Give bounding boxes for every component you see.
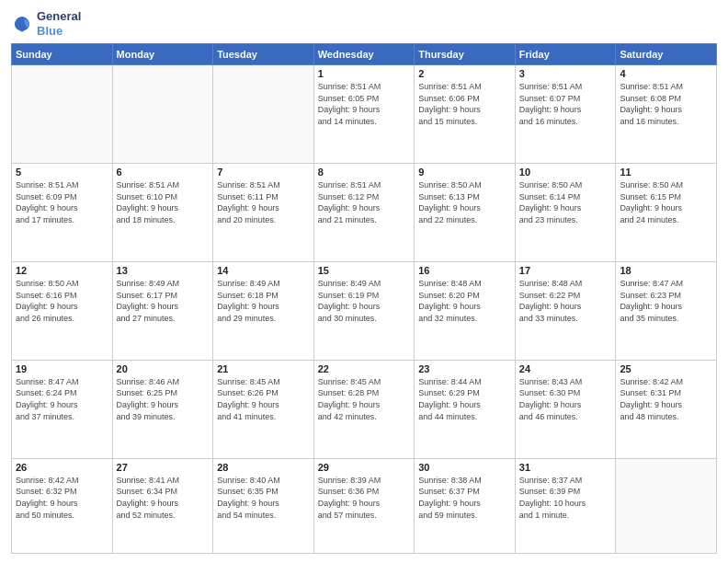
day-info-line: and 32 minutes. (418, 314, 477, 323)
table-row: 15Sunrise: 8:49 AMSunset: 6:19 PMDayligh… (313, 261, 415, 360)
day-info-line: Daylight: 9 hours (418, 499, 481, 508)
table-row: 3Sunrise: 8:51 AMSunset: 6:07 PMDaylight… (515, 65, 616, 164)
day-info-line: Sunset: 6:16 PM (16, 291, 77, 300)
day-info-line: Sunrise: 8:39 AM (318, 476, 381, 485)
day-info: Sunrise: 8:47 AMSunset: 6:23 PMDaylight:… (620, 278, 712, 324)
day-info: Sunrise: 8:39 AMSunset: 6:36 PMDaylight:… (318, 475, 411, 521)
table-row: 9Sunrise: 8:50 AMSunset: 6:13 PMDaylight… (415, 164, 516, 262)
day-number: 20 (117, 363, 210, 374)
table-row: 25Sunrise: 8:42 AMSunset: 6:31 PMDayligh… (616, 360, 717, 458)
header: General Blue (11, 9, 717, 38)
day-info-line: Sunset: 6:09 PM (16, 192, 77, 201)
day-info-line: Daylight: 9 hours (217, 499, 279, 508)
day-info-line: Sunset: 6:34 PM (117, 487, 178, 496)
day-info-line: and 17 minutes. (16, 215, 74, 224)
day-info-line: and 16 minutes. (519, 117, 578, 126)
day-info-line: Sunrise: 8:43 AM (519, 377, 583, 386)
day-number: 29 (318, 462, 411, 473)
page: General Blue Sunday Monday Tuesday Wedne… (0, 0, 728, 563)
day-info-line: and 30 minutes. (318, 314, 377, 323)
day-info-line: Sunset: 6:13 PM (418, 192, 480, 201)
day-info-line: Sunrise: 8:41 AM (117, 476, 180, 485)
day-info-line: Daylight: 9 hours (418, 400, 481, 409)
table-row: 2Sunrise: 8:51 AMSunset: 6:06 PMDaylight… (415, 65, 516, 164)
day-info-line: Sunset: 6:20 PM (418, 291, 480, 300)
day-number: 1 (318, 68, 411, 79)
day-info: Sunrise: 8:50 AMSunset: 6:14 PMDaylight:… (519, 179, 612, 225)
day-info-line: and 35 minutes. (620, 314, 678, 323)
logo: General Blue (11, 9, 81, 38)
day-info: Sunrise: 8:50 AMSunset: 6:13 PMDaylight:… (418, 179, 511, 225)
day-info-line: Daylight: 10 hours (519, 499, 586, 508)
table-row: 10Sunrise: 8:50 AMSunset: 6:14 PMDayligh… (515, 164, 616, 262)
col-thursday: Thursday (415, 44, 516, 65)
day-info-line: and 29 minutes. (217, 314, 276, 323)
table-row: 21Sunrise: 8:45 AMSunset: 6:26 PMDayligh… (213, 360, 314, 458)
day-info-line: Sunset: 6:10 PM (117, 192, 178, 201)
table-row: 24Sunrise: 8:43 AMSunset: 6:30 PMDayligh… (515, 360, 616, 458)
day-info-line: Sunrise: 8:50 AM (418, 180, 482, 190)
day-info-line: Sunset: 6:05 PM (318, 94, 380, 103)
day-info: Sunrise: 8:51 AMSunset: 6:11 PMDaylight:… (217, 179, 310, 225)
day-info-line: Daylight: 9 hours (620, 105, 682, 114)
day-info-line: Sunrise: 8:51 AM (117, 180, 180, 190)
day-info-line: and 48 minutes. (620, 412, 678, 421)
logo-text: General Blue (37, 9, 81, 38)
day-info-line: Sunrise: 8:47 AM (620, 279, 683, 288)
day-info-line: and 39 minutes. (117, 412, 176, 421)
day-info-line: and 44 minutes. (418, 412, 477, 421)
col-friday: Friday (515, 44, 616, 65)
day-info: Sunrise: 8:51 AMSunset: 6:10 PMDaylight:… (117, 179, 210, 225)
day-number: 26 (16, 462, 108, 473)
day-info-line: Daylight: 9 hours (519, 400, 582, 409)
col-monday: Monday (112, 44, 213, 65)
day-info: Sunrise: 8:40 AMSunset: 6:35 PMDaylight:… (217, 475, 310, 521)
day-info-line: Sunset: 6:31 PM (620, 388, 681, 397)
day-info-line: Sunrise: 8:49 AM (117, 279, 180, 288)
table-row: 11Sunrise: 8:50 AMSunset: 6:15 PMDayligh… (616, 164, 717, 262)
table-row: 28Sunrise: 8:40 AMSunset: 6:35 PMDayligh… (213, 458, 314, 553)
table-row: 12Sunrise: 8:50 AMSunset: 6:16 PMDayligh… (12, 261, 113, 360)
day-info-line: Daylight: 9 hours (217, 203, 279, 213)
day-info-line: Sunrise: 8:49 AM (318, 279, 381, 288)
day-info-line: Daylight: 9 hours (117, 499, 179, 508)
day-info: Sunrise: 8:42 AMSunset: 6:32 PMDaylight:… (16, 475, 108, 521)
day-number: 6 (117, 167, 210, 178)
day-info: Sunrise: 8:51 AMSunset: 6:05 PMDaylight:… (318, 81, 411, 127)
table-row: 1Sunrise: 8:51 AMSunset: 6:05 PMDaylight… (313, 65, 415, 164)
table-row: 6Sunrise: 8:51 AMSunset: 6:10 PMDaylight… (112, 164, 213, 262)
table-row: 19Sunrise: 8:47 AMSunset: 6:24 PMDayligh… (12, 360, 113, 458)
day-info-line: Sunset: 6:29 PM (418, 388, 480, 397)
day-info-line: Sunrise: 8:51 AM (318, 82, 381, 91)
day-number: 28 (217, 462, 310, 473)
day-info-line: Daylight: 9 hours (519, 203, 582, 213)
day-info-line: Sunrise: 8:38 AM (418, 476, 482, 485)
table-row: 5Sunrise: 8:51 AMSunset: 6:09 PMDaylight… (12, 164, 113, 262)
day-info-line: and 42 minutes. (318, 412, 377, 421)
day-info-line: Sunset: 6:22 PM (519, 291, 581, 300)
day-info-line: Sunset: 6:25 PM (117, 388, 178, 397)
day-info-line: and 37 minutes. (16, 412, 74, 421)
day-info-line: Daylight: 9 hours (117, 302, 179, 311)
day-info-line: and 54 minutes. (217, 511, 276, 520)
calendar-table: Sunday Monday Tuesday Wednesday Thursday… (11, 43, 717, 554)
day-info-line: Sunset: 6:39 PM (519, 487, 581, 496)
day-info-line: Sunrise: 8:50 AM (16, 279, 79, 288)
table-row: 20Sunrise: 8:46 AMSunset: 6:25 PMDayligh… (112, 360, 213, 458)
day-number: 9 (418, 167, 511, 178)
day-number: 5 (16, 167, 108, 178)
day-info: Sunrise: 8:42 AMSunset: 6:31 PMDaylight:… (620, 376, 712, 422)
day-info-line: Sunrise: 8:45 AM (318, 377, 381, 386)
table-row: 26Sunrise: 8:42 AMSunset: 6:32 PMDayligh… (12, 458, 113, 553)
day-number: 21 (217, 363, 310, 374)
day-info-line: Daylight: 9 hours (418, 105, 481, 114)
day-info-line: and 52 minutes. (117, 511, 176, 520)
day-info-line: Daylight: 9 hours (117, 400, 179, 409)
day-info-line: Daylight: 9 hours (217, 400, 279, 409)
day-info-line: Sunset: 6:35 PM (217, 487, 279, 496)
day-info-line: and 15 minutes. (418, 117, 477, 126)
calendar-week-row: 12Sunrise: 8:50 AMSunset: 6:16 PMDayligh… (12, 261, 717, 360)
day-info: Sunrise: 8:37 AMSunset: 6:39 PMDaylight:… (519, 475, 612, 521)
day-info: Sunrise: 8:43 AMSunset: 6:30 PMDaylight:… (519, 376, 612, 422)
day-number: 14 (217, 265, 310, 276)
